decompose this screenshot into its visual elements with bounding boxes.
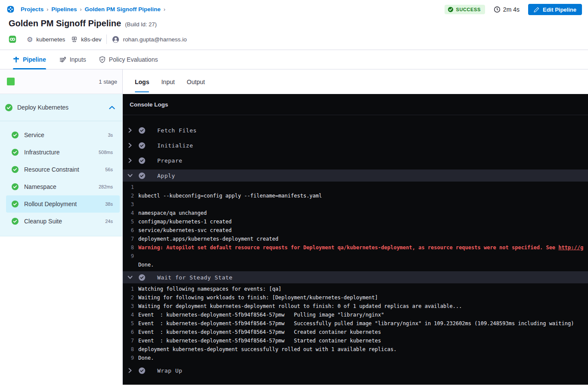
service-name: kubernetes — [36, 36, 65, 43]
log-section-header[interactable]: Apply — [123, 169, 588, 182]
step-complete-icon — [139, 173, 145, 179]
line-text: kubectl --kubeconfig=config apply --file… — [138, 193, 322, 199]
step-complete-icon — [139, 367, 145, 374]
tab-inputs[interactable]: Inputs — [59, 50, 86, 69]
breadcrumb-separator: › — [47, 6, 48, 13]
tab-pipeline[interactable]: Pipeline — [13, 50, 46, 69]
step-row[interactable]: Service 3s — [6, 126, 120, 144]
log-line: 7deployment.apps/kubernetes-deployment c… — [123, 235, 588, 243]
log-section-header[interactable]: Initialize — [123, 139, 588, 151]
line-text: configmap/kubernetes-1 created — [138, 219, 232, 225]
breadcrumb-pipelines[interactable]: Pipelines — [51, 6, 77, 13]
harness-logo-icon[interactable] — [7, 6, 14, 13]
step-complete-icon — [139, 274, 145, 281]
line-text: Done. — [138, 355, 154, 361]
line-text: Event : kubernetes-deployment-5fb94f8564… — [138, 329, 381, 335]
chevron-down-icon[interactable] — [128, 173, 134, 178]
line-number: 6 — [128, 226, 134, 235]
log-line: Done. — [123, 260, 588, 269]
chevron-down-icon[interactable] — [128, 275, 134, 280]
chevron-up-icon[interactable] — [109, 106, 115, 110]
line-number: 3 — [128, 302, 134, 311]
step-label: Cleanup Suite — [24, 218, 105, 225]
chevron-right-icon[interactable] — [128, 143, 134, 148]
log-line: 2Waiting for following workloads to fini… — [123, 293, 588, 302]
log-line: 1 — [123, 183, 588, 191]
warning-link[interactable]: http://g — [558, 245, 583, 251]
tab-input[interactable]: Input — [161, 69, 174, 94]
edit-pipeline-button[interactable]: Edit Pipeline — [528, 4, 582, 15]
pipeline-icon — [13, 56, 19, 63]
chevron-right-icon[interactable] — [128, 368, 134, 373]
line-number: 4 — [128, 209, 134, 217]
log-section-title: Fetch Files — [157, 127, 197, 134]
chevron-right-icon[interactable] — [128, 128, 134, 133]
step-success-icon — [12, 218, 19, 225]
log-line: 8Warning: Autopilot set default resource… — [123, 243, 588, 252]
duration-display: 2m 4s — [494, 6, 520, 13]
line-number: 6 — [128, 328, 134, 336]
log-section-header[interactable]: Wait for Steady State — [123, 271, 588, 283]
tab-logs[interactable]: Logs — [135, 69, 149, 94]
step-duration: 38s — [105, 201, 113, 207]
meta-divider — [106, 35, 107, 44]
line-number: 8 — [128, 345, 134, 354]
step-duration: 282ms — [99, 184, 113, 189]
log-line: 2kubectl --kubeconfig=config apply --fil… — [123, 191, 588, 200]
triggered-by-user: rohan.gupta@harness.io — [123, 36, 187, 43]
log-line: 3Waiting for deployment kubernetes-deplo… — [123, 302, 588, 311]
log-section-title: Prepare — [157, 157, 182, 164]
line-text: service/kubernetes-svc created — [138, 227, 232, 233]
stage-status-square[interactable] — [7, 78, 15, 85]
main-tabbar: Pipeline Inputs Policy Evaluations — [0, 50, 588, 69]
line-number: 9 — [128, 252, 134, 260]
step-row[interactable]: Infrastructure 508ms — [6, 144, 120, 161]
log-section-header[interactable]: Fetch Files — [123, 124, 588, 136]
tab-policy-evaluations[interactable]: Policy Evaluations — [99, 50, 158, 69]
line-text: Done. — [138, 262, 154, 268]
cd-module-icon — [9, 35, 16, 43]
line-text: deployment.apps/kubernetes-deployment cr… — [138, 236, 278, 242]
step-duration: 56s — [105, 167, 113, 172]
stage-summary-bar: 1 stage — [0, 69, 122, 94]
duration-text: 2m 4s — [503, 6, 520, 13]
page-title: Golden PM Signoff Pipeline — [9, 19, 121, 28]
step-success-icon — [12, 183, 19, 190]
log-line: 8deployment kubernetes-deployment succes… — [123, 345, 588, 354]
breadcrumb-projects[interactable]: Projects — [21, 6, 44, 13]
tab-output[interactable]: Output — [187, 69, 205, 94]
step-row[interactable]: Namespace 282ms — [6, 178, 120, 195]
line-number: 7 — [128, 336, 134, 345]
stage-success-icon — [5, 104, 12, 111]
step-row[interactable]: Resource Constraint 56s — [6, 161, 120, 178]
log-line: 3 — [123, 200, 588, 209]
step-complete-icon — [139, 157, 145, 164]
user-icon — [112, 36, 119, 43]
line-text: Waiting for deployment kubernetes-deploy… — [138, 303, 462, 309]
line-text: Event : kubernetes-deployment-5fb94f8564… — [138, 312, 384, 318]
log-section-header[interactable]: Wrap Up — [123, 364, 588, 377]
step-row[interactable]: Rollout Deployment 38s — [6, 195, 120, 213]
line-text: Warning: Autopilot set default resource … — [138, 245, 558, 251]
console-title: Console Logs — [130, 101, 168, 108]
step-row[interactable]: Cleanup Suite 24s — [6, 213, 120, 230]
breadcrumb-separator: › — [164, 6, 165, 13]
stage-count: 1 stage — [99, 78, 117, 85]
line-text: deployment kubernetes-deployment success… — [138, 346, 397, 352]
stage-zone: Deploy Kubernetes Service 3s Infrastruct… — [0, 94, 122, 236]
line-number: 4 — [128, 311, 134, 319]
line-number: 1 — [128, 183, 134, 191]
step-complete-icon — [139, 127, 145, 134]
breadcrumb-pipeline-name[interactable]: Golden PM Signoff Pipeline — [85, 6, 161, 13]
log-line: 6service/kubernetes-svc created — [123, 226, 588, 235]
log-section-header[interactable]: Prepare — [123, 154, 588, 166]
line-text: Event : kubernetes-deployment-5fb94f8564… — [138, 338, 381, 344]
line-number: 9 — [128, 354, 134, 362]
log-section-title: Apply — [157, 173, 175, 179]
chevron-right-icon[interactable] — [128, 158, 134, 163]
clock-icon — [494, 6, 501, 13]
log-line: 1Watching following namespaces for event… — [123, 285, 588, 293]
stage-header[interactable]: Deploy Kubernetes — [0, 94, 122, 121]
step-duration: 3s — [108, 132, 113, 138]
step-success-icon — [12, 132, 19, 138]
